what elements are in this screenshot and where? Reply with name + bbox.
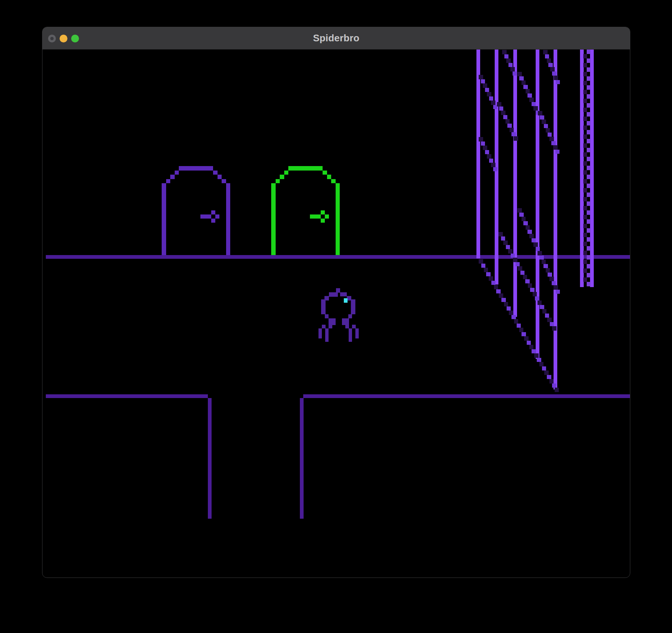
traffic-lights xyxy=(48,35,79,42)
spider-body-segment xyxy=(352,325,356,328)
spider-body-segment xyxy=(345,325,349,328)
spider-body-segment xyxy=(318,328,322,338)
spider-eye xyxy=(344,298,348,303)
zoom-button[interactable] xyxy=(71,35,79,42)
spider-body-segment xyxy=(351,299,355,314)
close-button[interactable] xyxy=(48,35,56,42)
game-scene[interactable] xyxy=(42,27,630,578)
window-titlebar[interactable]: Spiderbro xyxy=(42,27,630,50)
spider-body-segment xyxy=(325,314,329,318)
app-window: Spiderbro xyxy=(42,27,630,578)
minimize-button[interactable] xyxy=(60,35,67,42)
spider-body-segment xyxy=(322,325,326,328)
spider[interactable] xyxy=(42,27,630,578)
window-title: Spiderbro xyxy=(42,32,630,44)
close-icon xyxy=(50,37,54,40)
spider-body-segment xyxy=(348,314,352,318)
spider-body-segment xyxy=(329,325,332,328)
spider-body-segment xyxy=(342,318,349,325)
spider-body-segment xyxy=(329,318,336,325)
desktop-background: { "window": { "title": "Spiderbro", "fra… xyxy=(0,0,672,633)
spider-body-segment xyxy=(321,299,326,314)
spider-body-segment xyxy=(340,292,347,296)
spider-body-segment xyxy=(325,328,329,342)
spider-body-segment xyxy=(349,328,352,342)
spider-body-segment xyxy=(355,328,359,338)
spider-body-segment xyxy=(329,292,338,297)
